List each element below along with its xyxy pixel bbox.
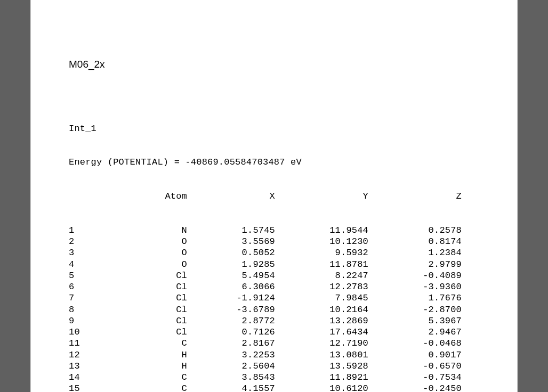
cell-x: 1.9285 — [187, 259, 275, 270]
cell-index: 15 — [69, 383, 165, 392]
cell-y: 10.6120 — [275, 383, 368, 392]
cell-z: 2.9467 — [368, 326, 462, 338]
cell-x: 5.4954 — [187, 270, 275, 281]
cell-x: 2.8167 — [187, 338, 275, 349]
cell-atom: Cl — [165, 281, 187, 292]
cell-atom: N — [165, 225, 187, 236]
cell-index: 6 — [69, 281, 165, 292]
table-row: 8Cl-3.678910.2164-2.8700 — [69, 304, 479, 315]
header-x: X — [187, 191, 275, 202]
header-atom: Atom — [69, 191, 187, 202]
cell-z: -3.9360 — [368, 281, 462, 292]
cell-index: 10 — [69, 326, 165, 338]
table-row: 14C3.854311.8921-0.7534 — [69, 372, 479, 383]
cell-y: 13.0801 — [275, 349, 368, 361]
table-row: 15C4.155710.6120-0.2450 — [69, 383, 479, 392]
table-header-row: Atom X Y Z — [69, 191, 479, 202]
table-row: 2O3.556910.12300.8174 — [69, 236, 479, 247]
cell-atom: Cl — [165, 270, 187, 281]
cell-x: 0.7126 — [187, 326, 275, 338]
cell-x: 3.8543 — [187, 372, 275, 383]
cell-z: 0.2578 — [368, 225, 462, 236]
cell-z: 0.8174 — [368, 236, 462, 247]
cell-atom: H — [165, 361, 187, 372]
table-row: 1N1.574511.95440.2578 — [69, 225, 479, 236]
cell-x: 2.5604 — [187, 361, 275, 372]
cell-y: 13.2869 — [275, 315, 368, 326]
cell-z: -0.4089 — [368, 270, 462, 281]
table-row: 3O0.50529.59321.2384 — [69, 247, 479, 258]
cell-y: 12.2783 — [275, 281, 368, 292]
table-row: 4O1.928511.87812.9799 — [69, 259, 479, 270]
cell-index: 9 — [69, 315, 165, 326]
cell-index: 7 — [69, 292, 165, 304]
cell-index: 14 — [69, 372, 165, 383]
cell-z: -0.6570 — [368, 361, 462, 372]
table-row: 7Cl-1.91247.98451.7676 — [69, 292, 479, 304]
cell-index: 5 — [69, 270, 165, 281]
cell-z: -0.0468 — [368, 338, 462, 349]
cell-y: 17.6434 — [275, 326, 368, 338]
cell-index: 8 — [69, 304, 165, 315]
table-body: 1N1.574511.95440.25782O3.556910.12300.81… — [69, 225, 479, 392]
page-title: M06_2x — [69, 59, 479, 70]
cell-z: 1.7676 — [368, 292, 462, 304]
cell-atom: Cl — [165, 292, 187, 304]
cell-y: 11.8781 — [275, 259, 368, 270]
table-row: 6Cl6.306612.2783-3.9360 — [69, 281, 479, 292]
cell-x: 1.5745 — [187, 225, 275, 236]
header-y: Y — [275, 191, 368, 202]
cell-atom: O — [165, 247, 187, 258]
cell-y: 11.9544 — [275, 225, 368, 236]
cell-x: 6.3066 — [187, 281, 275, 292]
cell-z: 1.2384 — [368, 247, 462, 258]
cell-x: 4.1557 — [187, 383, 275, 392]
cell-index: 11 — [69, 338, 165, 349]
cell-y: 12.7190 — [275, 338, 368, 349]
cell-z: -0.7534 — [368, 372, 462, 383]
section-name: Int_1 — [69, 123, 479, 134]
cell-x: 3.2253 — [187, 349, 275, 361]
cell-atom: Cl — [165, 304, 187, 315]
table-row: 9Cl2.877213.28695.3967 — [69, 315, 479, 326]
cell-atom: Cl — [165, 315, 187, 326]
table-row: 12H3.225313.08010.9017 — [69, 349, 479, 361]
cell-index: 4 — [69, 259, 165, 270]
cell-x: -3.6789 — [187, 304, 275, 315]
table-row: 13H2.560413.5928-0.6570 — [69, 361, 479, 372]
cell-x: 0.5052 — [187, 247, 275, 258]
cell-atom: O — [165, 236, 187, 247]
cell-z: -2.8700 — [368, 304, 462, 315]
cell-y: 7.9845 — [275, 292, 368, 304]
cell-y: 10.2164 — [275, 304, 368, 315]
cell-atom: C — [165, 338, 187, 349]
cell-y: 13.5928 — [275, 361, 368, 372]
cell-z: 2.9799 — [368, 259, 462, 270]
cell-z: -0.2450 — [368, 383, 462, 392]
cell-atom: Cl — [165, 326, 187, 338]
cell-index: 1 — [69, 225, 165, 236]
cell-y: 8.2247 — [275, 270, 368, 281]
table-row: 5Cl5.49548.2247-0.4089 — [69, 270, 479, 281]
energy-line: Energy (POTENTIAL) = -40869.05584703487 … — [69, 157, 479, 168]
cell-y: 11.8921 — [275, 372, 368, 383]
cell-index: 2 — [69, 236, 165, 247]
cell-x: 2.8772 — [187, 315, 275, 326]
cell-x: -1.9124 — [187, 292, 275, 304]
table-row: 10Cl0.712617.64342.9467 — [69, 326, 479, 338]
cell-y: 9.5932 — [275, 247, 368, 258]
document-page: M06_2x Int_1 Energy (POTENTIAL) = -40869… — [30, 0, 518, 392]
table-row: 11C2.816712.7190-0.0468 — [69, 338, 479, 349]
cell-z: 0.9017 — [368, 349, 462, 361]
cell-y: 10.1230 — [275, 236, 368, 247]
cell-atom: O — [165, 259, 187, 270]
cell-z: 5.3967 — [368, 315, 462, 326]
header-z: Z — [368, 191, 462, 202]
cell-x: 3.5569 — [187, 236, 275, 247]
cell-atom: C — [165, 372, 187, 383]
cell-index: 12 — [69, 349, 165, 361]
cell-index: 13 — [69, 361, 165, 372]
document-content: Int_1 Energy (POTENTIAL) = -40869.055847… — [69, 100, 479, 392]
cell-atom: H — [165, 349, 187, 361]
cell-atom: C — [165, 383, 187, 392]
